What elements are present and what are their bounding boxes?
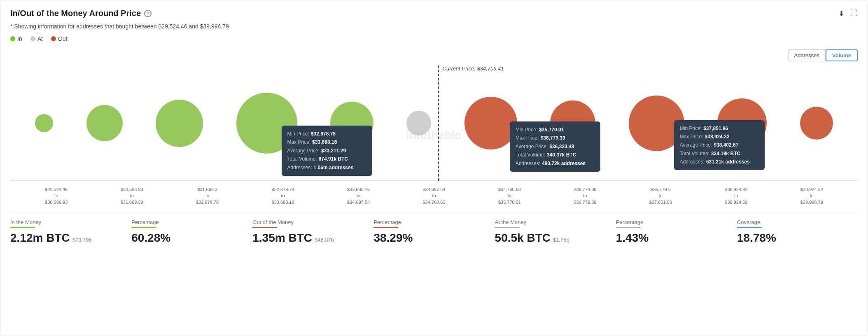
title-row: In/Out of the Money Around Price ? (10, 9, 152, 18)
legend-out: Out (51, 35, 68, 42)
tooltip-2-max: Max Price: $36,779.39 (516, 134, 595, 142)
t1-max-val: $33,688.16 (312, 138, 337, 146)
stat-at-pct-underline (616, 227, 641, 228)
bubble-col-7: Min Price: $35,770.01 Max Price: $36,779… (464, 97, 517, 149)
t3-addr-label: Addresses: (680, 158, 705, 166)
volume-button[interactable]: Volume (826, 49, 858, 61)
x-label-4: $32,678.78to$33,688.16 (272, 187, 294, 205)
t2-min-val: $35,770.01 (539, 126, 564, 134)
t3-vol-val: 334.19k BTC (711, 149, 740, 158)
tooltip-3-vol: Total Volume: 334.19k BTC (680, 149, 759, 158)
stat-coverage-label: Coverage (737, 219, 849, 225)
x-label-1: $29,524.46to$30,596.93 (45, 187, 68, 205)
t1-addr-val: 1.06m addresses (314, 163, 354, 172)
t2-addr-val: 480.72k addresses (542, 159, 586, 168)
x-labels: $29,524.46to$30,596.93 $30,596.93to$31,6… (10, 187, 858, 205)
stat-coverage-pct: 18.78% (737, 231, 776, 244)
stat-in-btc: 2.12m BTC (10, 231, 70, 245)
download-icon[interactable]: ⬇ (838, 9, 845, 18)
bubble-3 (156, 100, 203, 147)
x-label-2: $30,596.93to$31,669.39 (121, 187, 143, 205)
stat-out-usd: $46.87b (315, 237, 334, 243)
stat-coverage-underline (737, 227, 762, 228)
stat-in-pct-label: Percentage (131, 219, 244, 225)
t1-min-val: $32,678.78 (311, 130, 336, 138)
bubble-6 (406, 111, 431, 135)
bubble-2 (86, 105, 123, 141)
bubble-col-6 (406, 111, 431, 135)
tooltip-2-addr: Addresses: 480.72k addresses (516, 159, 595, 168)
tooltip-1-avg: Average Price: $33,211.29 (287, 147, 366, 155)
t3-min-label: Min Price: (680, 124, 702, 133)
bubble-col-11 (800, 107, 833, 140)
x-label-9: $36,779.5to$37,851.86 (649, 187, 672, 205)
stat-out-pct-block: Percentage 38.29% (373, 219, 495, 245)
x-label-6: $34,697.54to$34,760.63 (422, 187, 445, 205)
stat-out-label: Out of the Money (252, 219, 365, 225)
tooltip-2-min: Min Price: $35,770.01 (516, 126, 595, 134)
t2-min-label: Min Price: (516, 126, 537, 134)
x-label-7: $34,760.63to$35,770.01 (498, 187, 521, 205)
stat-in-underline (10, 227, 35, 228)
help-icon[interactable]: ? (144, 10, 152, 17)
stat-out-pct: 38.29% (373, 231, 413, 244)
header: In/Out of the Money Around Price ? ⬇ ⛶ (10, 9, 858, 18)
t1-max-label: Max Price: (287, 138, 311, 146)
tooltip-1-min: Min Price: $32,678.78 (287, 130, 366, 138)
t1-avg-val: $33,211.29 (321, 147, 346, 155)
tooltip-2-vol: Total Volume: 340.37k BTC (516, 151, 595, 159)
x-label-11: $38,924.32to$39,996.79 (800, 187, 823, 205)
t1-avg-label: Average Price: (287, 147, 320, 155)
bubble-11 (800, 107, 833, 140)
tooltip-3-min: Min Price: $37,851.86 (680, 124, 759, 133)
main-card: In/Out of the Money Around Price ? ⬇ ⛶ *… (0, 0, 868, 336)
t2-vol-label: Total Volume: (516, 151, 545, 159)
stat-at-pct: 1.43% (616, 231, 649, 244)
stat-in-the-money: In the Money 2.12m BTC $73.79b (10, 219, 131, 245)
legend-dot-in (10, 36, 15, 41)
stat-out-underline (252, 227, 277, 228)
expand-icon[interactable]: ⛶ (850, 9, 858, 18)
stat-in-pct-underline (131, 227, 156, 228)
t3-max-val: $38,924.32 (705, 133, 730, 141)
tooltip-1-max: Max Price: $33,688.16 (287, 138, 366, 146)
stat-at-underline (495, 227, 520, 228)
stat-out-block: Out of the Money 1.35m BTC $46.87b (252, 219, 373, 245)
stat-at-label: At the Money (495, 219, 607, 225)
subtitle: * Showing information for addresses that… (10, 23, 858, 30)
tooltip-1: Min Price: $32,678.78 Max Price: $33,688… (282, 126, 372, 176)
t3-max-label: Max Price: (680, 133, 703, 141)
legend-at-label: At (37, 35, 43, 42)
tooltip-2: Min Price: $35,770.01 Max Price: $36,779… (510, 121, 600, 172)
t3-avg-label: Average Price: (680, 141, 712, 149)
t3-min-val: $37,851.86 (703, 124, 728, 133)
stat-in-usd: $73.79b (72, 237, 92, 243)
stat-in-pct-block: Percentage 60.28% (131, 219, 252, 245)
header-icons: ⬇ ⛶ (838, 9, 858, 18)
t2-avg-label: Average Price: (516, 142, 548, 151)
t1-vol-val: 874.91k BTC (319, 155, 348, 163)
bubble-1 (35, 114, 53, 132)
stat-in-value-row: 2.12m BTC $73.79b (10, 231, 123, 245)
bubble-col-9: Min Price: $37,851.86 Max Price: $38,924… (629, 96, 684, 151)
addresses-button[interactable]: Addresses (788, 49, 826, 61)
legend-at: At (30, 35, 43, 42)
bubble-col-4: Min Price: $32,678.78 Max Price: $33,688… (236, 93, 297, 154)
stat-out-pct-underline (373, 227, 398, 228)
legend-dot-at (30, 36, 35, 41)
legend-in-label: In (17, 35, 22, 42)
t1-min-label: Min Price: (287, 130, 309, 138)
stat-at-usd: $1.75b (553, 237, 569, 243)
stat-at-value-row: 50.5k BTC $1.75b (495, 231, 607, 245)
tooltip-3-avg: Average Price: $38,402.67 (680, 141, 759, 149)
stat-in-pct: 60.28% (131, 231, 170, 244)
legend-in: In (10, 35, 22, 42)
x-label-5: $33,688.16to$34,697.54 (347, 187, 370, 205)
page-title: In/Out of the Money Around Price (10, 9, 141, 18)
chart-area: intotheblo Current Price: $34,709.41 (10, 65, 858, 205)
stat-at-pct-block: Percentage 1.43% (616, 219, 737, 245)
tooltip-3-max: Max Price: $38,924.32 (680, 133, 759, 141)
t3-addr-val: 531.21k addresses (706, 158, 750, 166)
stat-out-btc: 1.35m BTC (252, 231, 312, 245)
stat-coverage-block: Coverage 18.78% (737, 219, 858, 245)
